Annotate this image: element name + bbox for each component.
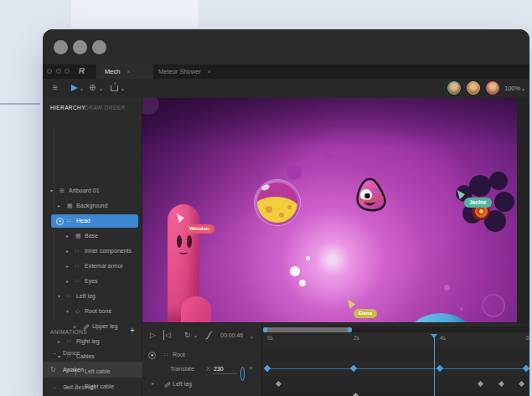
item-label: Upper leg (92, 319, 117, 334)
hierarchy-item-background[interactable]: ▸▦Background (43, 198, 142, 213)
keyframe-diamond[interactable] (519, 380, 524, 386)
tab-draw-order[interactable]: DRAW ORDER (85, 105, 126, 111)
item-label: Left cable (85, 364, 110, 379)
timeline-scrollbar-thumb[interactable] (263, 327, 352, 332)
explosion-core (479, 209, 483, 213)
group-icon: ∷ (67, 334, 70, 349)
editor-dot-3-icon[interactable] (65, 69, 70, 74)
goo-bubble (254, 179, 301, 226)
item-label: Right leg (76, 334, 100, 349)
keyframe-diamond[interactable] (478, 380, 483, 386)
expander-icon[interactable]: ▾ (66, 304, 69, 319)
collaborator-avatar-2[interactable] (467, 81, 480, 95)
keyframe-diamond[interactable] (264, 365, 271, 372)
keyframe-diamond[interactable] (436, 365, 443, 372)
item-label: Background (76, 198, 107, 213)
collaborator-avatar-3[interactable] (486, 81, 499, 95)
tab-mech[interactable]: Mech × (96, 64, 153, 79)
window-control-zoom[interactable] (92, 40, 106, 54)
skip-to-start-button[interactable]: ◁ (163, 330, 171, 340)
add-tool-chevron-icon[interactable]: ▾ (100, 86, 102, 92)
tab-label: Meteor Shower (158, 68, 201, 75)
keyframe-diamond[interactable] (353, 392, 359, 396)
play-button[interactable]: ▷ (150, 330, 156, 340)
translate-x-input[interactable] (212, 363, 237, 374)
hierarchy-item-external-armor[interactable]: ▸∷External armor (43, 259, 142, 274)
expander-icon[interactable]: ▾ (58, 289, 60, 304)
expander-icon[interactable]: ▸ (74, 319, 76, 334)
hierarchy-item-left-leg[interactable]: ▾∷Left leg (43, 289, 142, 304)
expander-icon[interactable]: ▸ (58, 198, 60, 213)
expander-icon[interactable]: ▸ (66, 244, 69, 259)
window-control-close[interactable] (54, 40, 68, 54)
add-animation-button[interactable]: + (130, 326, 135, 335)
expander-icon[interactable]: ▸ (66, 379, 69, 394)
track-root[interactable]: ▾∷Root (142, 347, 261, 362)
pink-blob (181, 296, 211, 322)
item-label: Inner components (85, 244, 132, 259)
playhead-line[interactable] (434, 334, 435, 396)
expander-icon[interactable]: ▸ (152, 377, 154, 391)
collaborator-avatar-1[interactable] (447, 81, 461, 95)
scrollbar-cap-right[interactable] (348, 327, 352, 332)
time-chevron-icon[interactable]: ▾ (251, 334, 253, 340)
editor-dot-2-icon[interactable] (56, 69, 61, 74)
loop-chevron-icon[interactable]: ▾ (194, 333, 197, 339)
menu-icon[interactable]: ≡ (53, 83, 58, 93)
item-label: Head (76, 213, 90, 229)
right-gutter (517, 98, 529, 322)
expander-icon[interactable]: ▾ (56, 218, 64, 225)
app-window: R Mech × Meteor Shower × ≡ ▾ ⊕ ▾ ↑ ▾ 100… (43, 29, 529, 396)
expander-icon[interactable]: ▸ (66, 259, 69, 274)
add-tool-icon[interactable]: ⊕ (89, 83, 96, 93)
hierarchy-item-eyes[interactable]: ▸∷Eyes (43, 274, 142, 289)
hierarchy-item-artboard-01[interactable]: ▾⊞Artboard 01 (43, 183, 142, 198)
expander-icon[interactable]: ▾ (50, 183, 53, 198)
hierarchy-item-root-bone[interactable]: ▾◇Root bone (43, 304, 142, 319)
goo-yellow (257, 197, 297, 223)
tab-meteor-shower[interactable]: Meteor Shower × (158, 64, 214, 79)
bubble-decor (306, 256, 310, 260)
loop-icon: ↻ (50, 362, 56, 378)
track-left-leg[interactable]: ▸Left leg (142, 377, 261, 391)
current-time[interactable]: 00:00:46 (220, 332, 243, 338)
tab-close-icon[interactable]: × (208, 69, 211, 75)
tab-close-icon[interactable]: × (127, 69, 130, 75)
expander-icon[interactable]: ▾ (148, 352, 156, 359)
canvas[interactable]: Winston Janine Elena (142, 98, 517, 322)
hierarchy-item-base[interactable]: ▸▦Base (43, 229, 142, 244)
window-control-minimize[interactable] (73, 40, 87, 54)
keyframe-diamond[interactable] (498, 380, 504, 386)
track-cables[interactable]: ▸∷Cables (142, 391, 261, 396)
tab-hierarchy[interactable]: HIERARCHY (50, 105, 85, 111)
editor-dot-1-icon[interactable] (47, 69, 52, 74)
expander-icon[interactable]: ▾ (58, 349, 60, 364)
keyframe-row (262, 391, 529, 396)
keyframe-diamond[interactable] (276, 380, 281, 386)
loop-mode-button[interactable]: ↻ (184, 330, 191, 340)
select-tool-icon[interactable] (71, 85, 78, 91)
scrollbar-cap-left[interactable] (263, 327, 267, 332)
expander-icon[interactable]: ▸ (152, 391, 154, 396)
select-tool-chevron-icon[interactable]: ▾ (80, 86, 83, 92)
tab-label: Mech (105, 68, 120, 75)
keyframe-diamond[interactable] (350, 365, 357, 372)
expander-icon[interactable]: ▸ (58, 334, 60, 349)
interpolation-button[interactable] (204, 331, 214, 340)
expander-icon[interactable]: ▸ (66, 364, 69, 379)
zoom-level[interactable]: 100% (504, 85, 520, 92)
expander-icon[interactable]: ▸ (66, 229, 69, 244)
add-key-button[interactable]: + (249, 362, 253, 376)
axis-label: X (206, 362, 210, 376)
keyframe-diamond[interactable] (523, 365, 529, 372)
one-shot-icon: → (50, 345, 57, 361)
zoom-chevron-icon[interactable]: ▾ (522, 86, 524, 92)
item-label: External armor (85, 259, 123, 274)
track-translate[interactable]: TranslateX+ (142, 362, 261, 376)
hierarchy-item-inner-components[interactable]: ▸∷Inner components (43, 244, 142, 259)
item-label: Cables (173, 391, 191, 396)
export-chevron-icon[interactable]: ▾ (121, 86, 124, 92)
hierarchy-item-head[interactable]: ▾∷Head (43, 213, 142, 229)
keyframe-area[interactable]: 0s2s4s6s (261, 323, 529, 396)
expander-icon[interactable]: ▸ (66, 274, 69, 289)
